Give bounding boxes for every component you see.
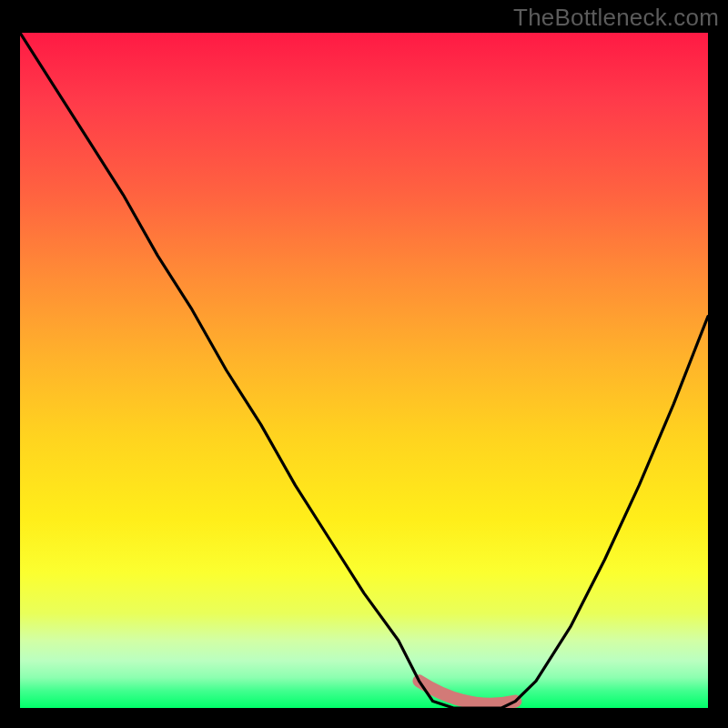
bottleneck-curve <box>20 33 708 708</box>
chart-frame: TheBottleneck.com <box>0 0 728 728</box>
plot-area <box>20 33 708 708</box>
watermark-text: TheBottleneck.com <box>513 4 719 32</box>
curve-line <box>20 33 708 708</box>
